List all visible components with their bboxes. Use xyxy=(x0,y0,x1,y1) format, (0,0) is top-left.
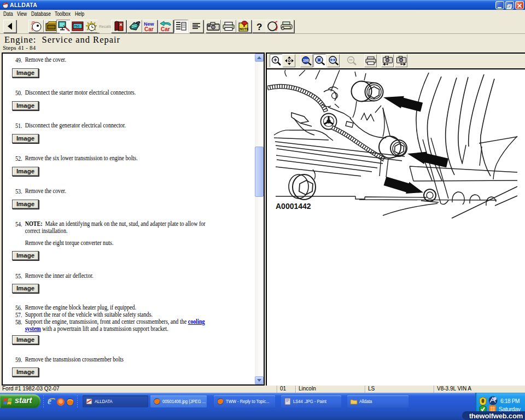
svg-text:Car: Car xyxy=(144,26,154,32)
svg-text:z: z xyxy=(275,27,277,32)
svg-text:100: 100 xyxy=(303,59,309,62)
svg-text:Car: Car xyxy=(161,26,170,32)
svg-text:?: ? xyxy=(256,22,262,32)
svg-text:NOTE: NOTE xyxy=(240,27,249,31)
svg-text:750: 750 xyxy=(74,25,80,28)
svg-text:Recalls: Recalls xyxy=(99,25,112,28)
svg-text:A0001442: A0001442 xyxy=(276,202,311,211)
svg-text:e: e xyxy=(48,397,51,406)
